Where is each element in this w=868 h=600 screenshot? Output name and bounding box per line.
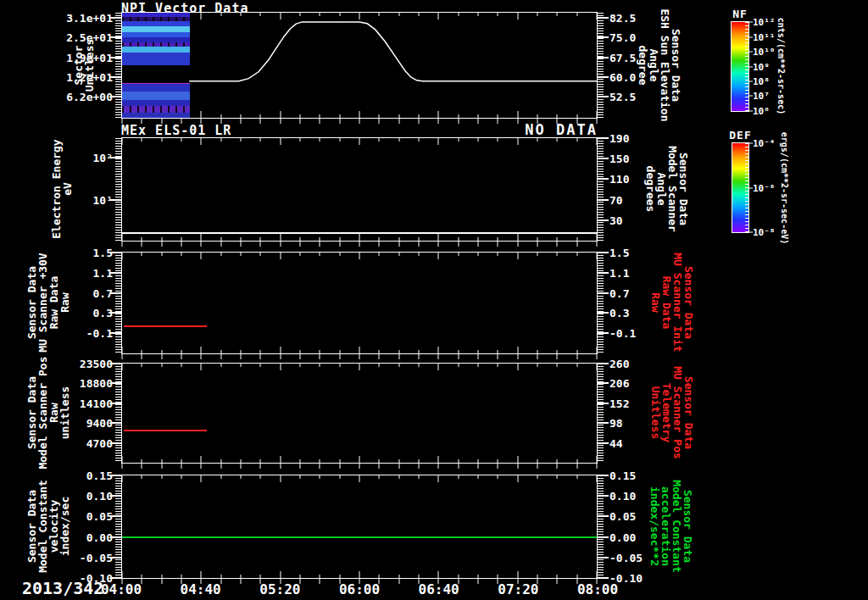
x-axis-tick [458, 138, 459, 142]
x-axis-tick [498, 237, 498, 241]
x-axis-tick [498, 459, 498, 463]
x-axis-tick [359, 571, 360, 578]
x-axis-tick [398, 459, 399, 463]
colorbar-tick-label: 10⁷ [753, 92, 770, 101]
x-axis-tick [576, 575, 577, 578]
axis-tick-label: 0.00 [86, 531, 113, 542]
x-axis-tick [339, 464, 340, 469]
axis-tick-label: 60.0 [609, 72, 636, 83]
axis-tick-mark [110, 292, 121, 294]
x-axis-tick [398, 579, 399, 584]
axis-tick-mark [598, 382, 609, 384]
colorbar-tick-label: 10⁶ [753, 107, 770, 116]
x-axis-tick [280, 464, 281, 469]
axis-tick-mark [598, 272, 609, 274]
x-axis-tick [498, 475, 498, 479]
x-axis-tick [300, 364, 301, 367]
x-axis-tick [241, 354, 242, 359]
axis-tick-label: 6.2e+00 [66, 92, 113, 103]
x-axis-tick [260, 459, 261, 463]
x-axis-tick [438, 464, 439, 469]
x-axis-tick [201, 475, 202, 482]
x-axis-tick [161, 459, 162, 463]
x-axis-tick [220, 354, 221, 359]
time-tick-label: 04:40 [181, 581, 221, 597]
x-axis-tick [576, 138, 577, 142]
x-axis-tick [498, 253, 498, 256]
x-axis-tick [419, 237, 420, 241]
x-axis-tick [181, 575, 182, 578]
axis-tick-label: 67.5 [609, 52, 636, 63]
x-axis-tick [142, 459, 142, 463]
x-axis-tick [339, 575, 340, 578]
x-axis-tick [201, 364, 202, 370]
x-axis-tick [181, 464, 182, 469]
axis-tick-label: 206 [609, 378, 629, 389]
x-axis-tick [241, 464, 242, 469]
axis-tick-mark [110, 272, 121, 274]
x-axis-tick [478, 237, 479, 241]
x-axis-tick [181, 364, 182, 367]
x-axis-tick [537, 138, 538, 142]
axis-tick-mark [110, 36, 121, 38]
axis-tick-label: -0.1 [609, 328, 636, 339]
x-axis-tick [398, 364, 399, 367]
axis-tick-mark [598, 475, 609, 476]
x-axis-tick [142, 575, 142, 578]
x-axis-tick [379, 364, 380, 367]
panel-mex-els: 10²10¹1901501107030 [121, 137, 598, 242]
axis-tick-mark [598, 557, 609, 558]
x-axis-tick [142, 475, 142, 479]
panel4-right-axis-label: Sensor Data MU Scanner Pos Telemetry Uni… [650, 366, 694, 459]
x-axis-tick [220, 242, 221, 247]
x-axis-tick [241, 242, 242, 247]
x-axis-tick [359, 364, 360, 370]
x-axis-tick [280, 571, 281, 578]
x-axis-tick [557, 354, 558, 359]
x-axis-tick [320, 138, 320, 142]
axis-tick-mark [110, 57, 121, 58]
x-axis-tick [517, 475, 518, 482]
x-axis-tick [280, 364, 281, 370]
x-axis-tick [220, 364, 221, 367]
x-axis-tick [201, 234, 202, 241]
axis-tick-label: 150 [609, 153, 629, 164]
x-axis-tick [379, 354, 380, 359]
x-axis-tick [181, 242, 182, 247]
x-axis-tick [398, 242, 399, 247]
x-axis-tick [478, 242, 479, 247]
time-tick-label: 05:20 [259, 581, 300, 597]
panel-npi-vector: 3.1e+012.5e+011.9e+011.2e+016.2e+0082.57… [121, 12, 598, 119]
x-axis-tick [320, 350, 320, 353]
x-axis-tick [339, 237, 340, 241]
x-axis-tick [517, 253, 518, 259]
axis-tick-mark [598, 442, 609, 444]
x-axis-tick [557, 464, 558, 469]
x-axis-tick [597, 456, 598, 463]
panel-mu-scanner-30v: 1.51.10.70.3-0.11.51.10.70.3-0.1 [121, 252, 598, 354]
time-tick-label: 08:00 [577, 581, 618, 597]
axis-tick-mark [598, 515, 609, 517]
x-axis-tick [339, 475, 340, 479]
x-axis-tick [122, 234, 123, 241]
x-axis-tick [201, 242, 202, 247]
x-axis-tick [498, 138, 498, 142]
x-axis-tick [458, 575, 459, 578]
x-axis-tick [458, 242, 459, 247]
axis-tick-mark [598, 252, 609, 253]
x-axis-tick [557, 475, 558, 479]
x-axis-tick [419, 253, 420, 256]
x-axis-tick [122, 475, 123, 482]
axis-tick-mark [110, 17, 121, 19]
axis-tick-label: 110 [609, 174, 629, 185]
x-axis-tick [201, 347, 202, 353]
x-axis-tick [181, 253, 182, 256]
x-axis-tick [379, 575, 380, 578]
axis-tick-mark [598, 57, 609, 58]
x-axis-tick [359, 253, 360, 259]
x-axis-tick [498, 350, 498, 353]
x-axis-tick [419, 364, 420, 367]
x-axis-tick [122, 456, 123, 463]
axis-tick-mark [598, 137, 609, 139]
x-axis-tick [280, 242, 281, 247]
